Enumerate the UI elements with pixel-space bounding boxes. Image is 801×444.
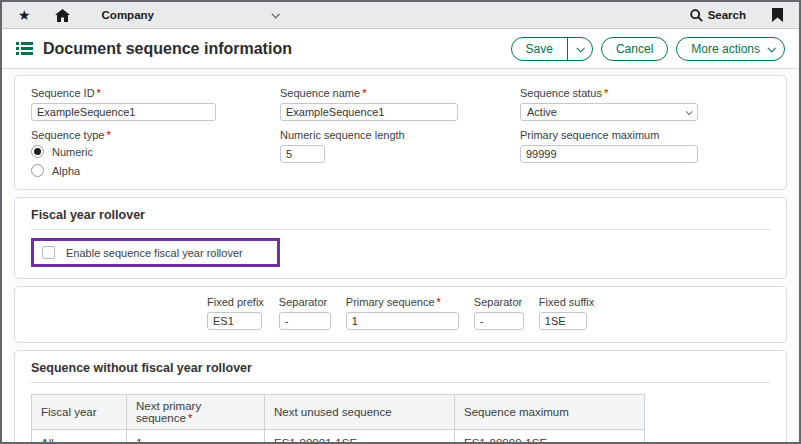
required-marker: *: [97, 87, 101, 99]
required-marker: *: [437, 296, 441, 308]
cell-fiscal-year: All: [32, 430, 127, 444]
primary-sequence-maximum-field: Primary sequence maximum: [520, 129, 770, 177]
fixed-suffix-label: Fixed suffix: [539, 296, 594, 308]
sequence-details-card: Sequence ID* Sequence name* Sequence sta…: [14, 75, 787, 190]
table-header-row: Fiscal year Next primary sequence* Next …: [32, 395, 645, 430]
separator1-label: Separator: [279, 296, 331, 308]
fixed-prefix-label: Fixed prefix: [207, 296, 264, 308]
company-menu[interactable]: Company: [102, 9, 278, 21]
cancel-button-label: Cancel: [602, 38, 667, 60]
sequence-status-field: Sequence status* Active: [520, 87, 770, 121]
sequence-name-field: Sequence name*: [280, 87, 520, 121]
section-divider: [31, 229, 770, 230]
enable-rollover-checkbox[interactable]: [42, 246, 55, 259]
more-actions-button[interactable]: More actions: [676, 37, 785, 61]
required-marker: *: [106, 129, 110, 141]
required-marker: *: [604, 87, 608, 99]
numeric-sequence-length-label: Numeric sequence length: [280, 129, 520, 141]
separator2-label: Separator: [474, 296, 524, 308]
primary-sequence-maximum-label: Primary sequence maximum: [520, 129, 770, 141]
sequence-type-label: Sequence type: [31, 129, 104, 141]
save-button[interactable]: Save: [512, 38, 567, 60]
sequence-type-field: Sequence type* Numeric Alpha: [31, 129, 280, 177]
sequence-status-label: Sequence status: [520, 87, 602, 99]
home-icon[interactable]: [55, 9, 70, 22]
sequence-format-card: Fixed prefix Separator Primary sequence*…: [14, 286, 787, 343]
top-navigation-bar: ★ Company Search: [2, 2, 799, 29]
col-next-unused-sequence: Next unused sequence: [265, 395, 455, 430]
sequence-name-label: Sequence name: [280, 87, 360, 99]
sequence-id-label: Sequence ID: [31, 87, 95, 99]
sequence-name-input[interactable]: [280, 103, 458, 121]
fixed-prefix-field: Fixed prefix: [207, 296, 264, 330]
primary-sequence-label: Primary sequence: [346, 296, 435, 308]
separator2-field: Separator: [474, 296, 524, 330]
chevron-down-icon: [686, 108, 693, 115]
page-header: Document sequence information Save Cance…: [2, 29, 799, 69]
main-content: Sequence ID* Sequence name* Sequence sta…: [2, 69, 799, 444]
cell-sequence-maximum: ES1-99999-1SE: [455, 430, 645, 444]
col-fiscal-year: Fiscal year: [32, 395, 127, 430]
col-next-primary-sequence: Next primary sequence*: [127, 395, 265, 430]
fiscal-year-rollover-heading: Fiscal year rollover: [31, 208, 770, 222]
save-split-button: Save: [511, 37, 593, 61]
highlight-annotation-box: Enable sequence fiscal year rollover: [31, 238, 280, 267]
chevron-down-icon: [767, 44, 775, 52]
sequence-id-input[interactable]: [31, 103, 216, 121]
search-button[interactable]: Search: [690, 9, 746, 22]
radio-alpha[interactable]: [31, 164, 44, 177]
radio-numeric[interactable]: [31, 145, 44, 158]
chevron-down-icon: [271, 10, 279, 18]
separator1-input[interactable]: [279, 312, 331, 330]
numeric-sequence-length-field: Numeric sequence length: [280, 129, 520, 177]
list-menu-icon[interactable]: [16, 41, 33, 56]
sequence-table-heading: Sequence without fiscal year rollover: [31, 361, 770, 375]
sequence-without-rollover-card: Sequence without fiscal year rollover Fi…: [14, 350, 787, 444]
more-actions-label: More actions: [677, 38, 768, 60]
sequence-table: Fiscal year Next primary sequence* Next …: [31, 394, 645, 444]
enable-rollover-checkbox-label: Enable sequence fiscal year rollover: [66, 247, 243, 259]
search-label: Search: [708, 9, 746, 21]
required-marker: *: [362, 87, 366, 99]
company-menu-label: Company: [102, 9, 154, 21]
fixed-prefix-input[interactable]: [207, 312, 262, 330]
table-row: All 1 ES1-00001-1SE ES1-99999-1SE: [32, 430, 645, 444]
radio-alpha-label: Alpha: [52, 165, 80, 177]
sequence-status-value: Active: [527, 106, 557, 118]
sequence-id-field: Sequence ID*: [31, 87, 280, 121]
cancel-button[interactable]: Cancel: [601, 37, 668, 61]
search-icon: [690, 9, 703, 22]
primary-sequence-field: Primary sequence*: [346, 296, 459, 330]
primary-sequence-input[interactable]: [346, 312, 459, 330]
col-sequence-maximum: Sequence maximum: [455, 395, 645, 430]
fixed-suffix-input[interactable]: [539, 312, 587, 330]
separator2-input[interactable]: [474, 312, 524, 330]
cell-next-unused-sequence: ES1-00001-1SE: [265, 430, 455, 444]
section-divider: [31, 382, 770, 383]
primary-sequence-maximum-input[interactable]: [520, 145, 698, 163]
radio-numeric-label: Numeric: [52, 146, 93, 158]
fixed-suffix-field: Fixed suffix: [539, 296, 594, 330]
favorites-star-icon[interactable]: ★: [18, 8, 31, 22]
chevron-down-icon: [576, 44, 584, 52]
numeric-sequence-length-input[interactable]: [280, 145, 325, 163]
app-window: ★ Company Search Doc: [0, 0, 801, 444]
required-marker: *: [188, 412, 192, 424]
save-dropdown-button[interactable]: [567, 38, 592, 60]
separator1-field: Separator: [279, 296, 331, 330]
sequence-status-select[interactable]: Active: [520, 103, 698, 121]
cell-next-primary-sequence[interactable]: 1: [127, 430, 265, 444]
fiscal-year-rollover-card: Fiscal year rollover Enable sequence fis…: [14, 197, 787, 279]
page-title: Document sequence information: [43, 40, 292, 58]
bookmark-icon[interactable]: [772, 8, 783, 22]
